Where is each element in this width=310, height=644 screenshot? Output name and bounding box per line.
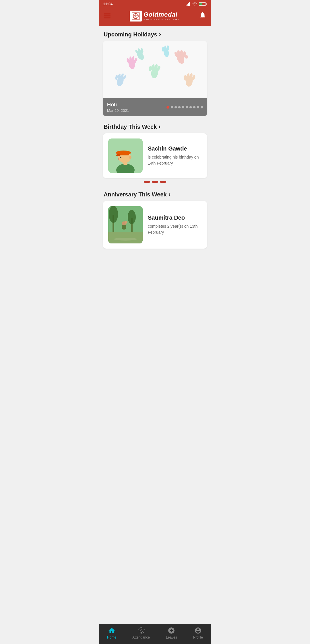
menu-button[interactable] [104,14,111,18]
holiday-dot-10 [201,106,203,108]
holiday-name: Holi [107,102,129,108]
holiday-card: Holi Mar 29, 2021 [103,41,207,116]
birthday-card: Sachin Gawde is celebrating his birthday… [103,133,207,178]
svg-point-59 [128,210,136,224]
svg-text:G: G [135,15,137,18]
signal-icon [186,2,191,6]
birthday-card-dots [99,178,211,184]
wifi-icon [192,2,197,6]
logo-subtitle: SWITCHES & SYSTEMS [144,18,180,21]
svg-point-53 [129,156,131,159]
holiday-slider[interactable]: Holi Mar 29, 2021 [99,41,211,116]
upcoming-holidays-arrow: › [159,31,161,38]
bell-icon [199,11,206,19]
birthday-heading[interactable]: Birthday This Week › [99,118,211,133]
anniversary-heading[interactable]: Anniversary This Week › [99,186,211,201]
birthday-avatar [108,138,143,173]
holiday-image [103,41,207,98]
main-content: Upcoming Holidays › [99,26,211,271]
svg-point-63 [114,238,137,241]
birthday-person-svg [113,141,138,173]
handprints-svg [103,41,201,98]
svg-point-38 [184,75,187,81]
svg-rect-6 [206,3,207,5]
holiday-dot-7 [189,106,192,108]
anniversary-arrow: › [168,191,170,198]
logo: G Goldmedal SWITCHES & SYSTEMS [130,11,180,22]
birthday-person-name: Sachin Gawde [148,145,202,152]
svg-point-52 [120,157,121,158]
svg-point-57 [109,206,118,223]
birthday-arrow: › [158,123,160,130]
logo-title: Goldmedal [144,11,180,18]
svg-rect-1 [187,4,188,6]
status-time: 11:04 [103,2,113,6]
birthday-dot-2 [152,181,158,183]
holiday-dot-5 [182,106,184,108]
anniversary-person-name: Saumitra Deo [148,214,202,221]
holiday-dot-1 [166,106,169,109]
anniversary-label: Anniversary This Week [104,191,167,198]
holiday-dot-8 [193,106,195,108]
holiday-dot-9 [197,106,199,108]
holiday-info: Holi Mar 29, 2021 [103,98,207,116]
holiday-dot-2 [171,106,173,108]
anniversary-photo-svg [108,206,143,243]
status-bar: 11:04 [99,0,211,8]
anniversary-section: Anniversary This Week › [99,186,211,249]
anniversary-person-desc: completes 2 year(s) on 13th February [148,223,202,235]
battery-icon [199,2,207,6]
anniversary-info: Saumitra Deo completes 2 year(s) on 13th… [148,214,202,235]
svg-rect-7 [199,3,202,5]
svg-rect-2 [188,3,189,6]
upcoming-holidays-label: Upcoming Holidays [104,31,157,38]
svg-point-44 [164,46,166,51]
svg-point-62 [125,221,127,224]
birthday-info: Sachin Gawde is celebrating his birthday… [148,145,202,166]
svg-rect-0 [186,5,187,6]
holiday-dots [166,106,203,109]
holiday-date: Mar 29, 2021 [107,108,129,113]
svg-rect-3 [189,2,190,6]
birthday-dot-1 [144,181,150,183]
birthday-dot-3 [160,181,166,183]
notification-button[interactable] [199,11,206,21]
holiday-dot-4 [178,106,181,108]
logo-text: Goldmedal SWITCHES & SYSTEMS [144,11,180,21]
svg-point-4 [195,5,195,6]
holiday-dot-6 [186,106,188,108]
birthday-label: Birthday This Week [104,124,157,130]
holiday-dot-3 [175,106,177,108]
logo-icon: G [130,11,142,22]
anniversary-card: Saumitra Deo completes 2 year(s) on 13th… [103,201,207,249]
birthday-person-desc: is celebrating his birthday on 14th Febr… [148,154,202,166]
anniversary-photo [108,206,143,243]
app-header: G Goldmedal SWITCHES & SYSTEMS [99,8,211,26]
birthday-section: Birthday This Week › [99,118,211,184]
status-icons [186,2,207,6]
upcoming-holidays-heading[interactable]: Upcoming Holidays › [99,26,211,41]
svg-point-46 [116,164,135,173]
svg-point-43 [162,47,164,52]
anniversary-avatar [108,206,143,243]
svg-point-45 [167,45,169,50]
logo-mark: G [131,12,140,20]
